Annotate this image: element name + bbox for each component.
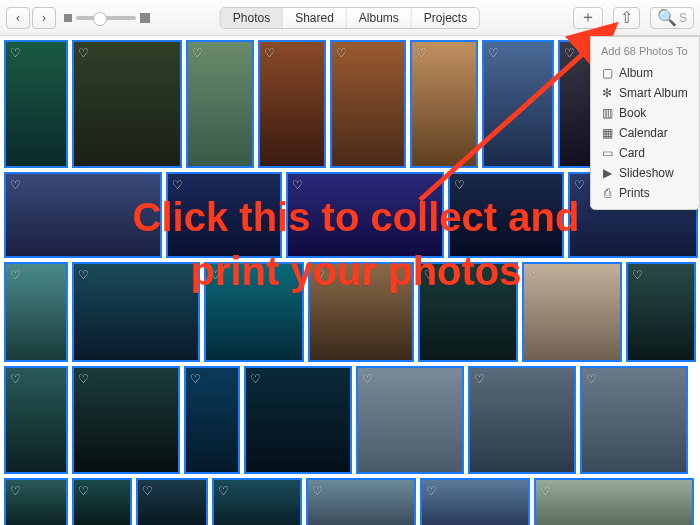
favorite-heart-icon[interactable]: ♡ bbox=[586, 372, 597, 386]
favorite-heart-icon[interactable]: ♡ bbox=[210, 268, 221, 282]
prints-icon: ⎙ bbox=[601, 187, 613, 199]
favorite-heart-icon[interactable]: ♡ bbox=[416, 46, 427, 60]
slideshow-icon: ▶ bbox=[601, 167, 613, 179]
favorite-heart-icon[interactable]: ♡ bbox=[488, 46, 499, 60]
favorite-heart-icon[interactable]: ♡ bbox=[264, 46, 275, 60]
dropdown-item-card[interactable]: ▭ Card bbox=[591, 143, 699, 163]
nav-back-forward: ‹ › bbox=[6, 7, 56, 29]
favorite-heart-icon[interactable]: ♡ bbox=[540, 484, 551, 498]
favorite-heart-icon[interactable]: ♡ bbox=[632, 268, 643, 282]
dropdown-item-smart-album[interactable]: ✻ Smart Album bbox=[591, 83, 699, 103]
view-tabs: Photos Shared Albums Projects bbox=[220, 7, 480, 29]
favorite-heart-icon[interactable]: ♡ bbox=[78, 46, 89, 60]
photo-thumbnail[interactable]: ♡ bbox=[258, 40, 326, 168]
favorite-heart-icon[interactable]: ♡ bbox=[528, 268, 539, 282]
dropdown-item-album[interactable]: ▢ Album bbox=[591, 63, 699, 83]
photo-thumbnail[interactable]: ♡ bbox=[72, 40, 182, 168]
photo-thumbnail[interactable]: ♡ bbox=[468, 366, 576, 474]
calendar-icon: ▦ bbox=[601, 127, 613, 139]
forward-button[interactable]: › bbox=[32, 7, 56, 29]
photo-thumbnail[interactable]: ♡ bbox=[212, 478, 302, 525]
tab-photos[interactable]: Photos bbox=[221, 8, 283, 28]
favorite-heart-icon[interactable]: ♡ bbox=[564, 46, 575, 60]
favorite-heart-icon[interactable]: ♡ bbox=[336, 46, 347, 60]
photo-thumbnail[interactable]: ♡ bbox=[580, 366, 688, 474]
card-icon: ▭ bbox=[601, 147, 613, 159]
favorite-heart-icon[interactable]: ♡ bbox=[454, 178, 465, 192]
favorite-heart-icon[interactable]: ♡ bbox=[10, 178, 21, 192]
photo-thumbnail[interactable]: ♡ bbox=[4, 262, 68, 362]
favorite-heart-icon[interactable]: ♡ bbox=[474, 372, 485, 386]
photo-thumbnail[interactable]: ♡ bbox=[626, 262, 696, 362]
photo-thumbnail[interactable]: ♡ bbox=[72, 366, 180, 474]
photo-thumbnail[interactable]: ♡ bbox=[72, 262, 200, 362]
favorite-heart-icon[interactable]: ♡ bbox=[192, 46, 203, 60]
zoom-large-icon bbox=[140, 13, 150, 23]
favorite-heart-icon[interactable]: ♡ bbox=[10, 484, 21, 498]
favorite-heart-icon[interactable]: ♡ bbox=[314, 268, 325, 282]
photo-thumbnail[interactable]: ♡ bbox=[420, 478, 530, 525]
add-dropdown: Add 68 Photos To ▢ Album ✻ Smart Album ▥… bbox=[590, 36, 700, 210]
photo-thumbnail[interactable]: ♡ bbox=[166, 172, 282, 258]
tab-shared[interactable]: Shared bbox=[283, 8, 347, 28]
dropdown-header: Add 68 Photos To bbox=[591, 43, 699, 63]
chevron-left-icon: ‹ bbox=[16, 11, 20, 25]
photo-thumbnail[interactable]: ♡ bbox=[72, 478, 132, 525]
search-button[interactable]: 🔍 S bbox=[650, 7, 694, 29]
favorite-heart-icon[interactable]: ♡ bbox=[250, 372, 261, 386]
favorite-heart-icon[interactable]: ♡ bbox=[78, 484, 89, 498]
photo-thumbnail[interactable]: ♡ bbox=[410, 40, 478, 168]
dropdown-item-calendar[interactable]: ▦ Calendar bbox=[591, 123, 699, 143]
favorite-heart-icon[interactable]: ♡ bbox=[10, 372, 21, 386]
photo-thumbnail[interactable]: ♡ bbox=[522, 262, 622, 362]
favorite-heart-icon[interactable]: ♡ bbox=[78, 268, 89, 282]
photo-thumbnail[interactable]: ♡ bbox=[4, 40, 68, 168]
tab-projects[interactable]: Projects bbox=[412, 8, 479, 28]
share-button[interactable]: ⇧ bbox=[613, 7, 640, 29]
tab-albums[interactable]: Albums bbox=[347, 8, 412, 28]
plus-icon: ＋ bbox=[580, 7, 596, 28]
photo-thumbnail[interactable]: ♡ bbox=[244, 366, 352, 474]
favorite-heart-icon[interactable]: ♡ bbox=[424, 268, 435, 282]
photo-thumbnail[interactable]: ♡ bbox=[308, 262, 414, 362]
smart-album-icon: ✻ bbox=[601, 87, 613, 99]
add-button[interactable]: ＋ bbox=[573, 7, 603, 29]
photo-thumbnail[interactable]: ♡ bbox=[136, 478, 208, 525]
favorite-heart-icon[interactable]: ♡ bbox=[574, 178, 585, 192]
dropdown-item-slideshow[interactable]: ▶ Slideshow bbox=[591, 163, 699, 183]
photo-thumbnail[interactable]: ♡ bbox=[4, 478, 68, 525]
dropdown-item-prints[interactable]: ⎙ Prints bbox=[591, 183, 699, 203]
photo-thumbnail[interactable]: ♡ bbox=[534, 478, 694, 525]
photo-thumbnail[interactable]: ♡ bbox=[186, 40, 254, 168]
back-button[interactable]: ‹ bbox=[6, 7, 30, 29]
favorite-heart-icon[interactable]: ♡ bbox=[292, 178, 303, 192]
favorite-heart-icon[interactable]: ♡ bbox=[172, 178, 183, 192]
photo-thumbnail[interactable]: ♡ bbox=[356, 366, 464, 474]
favorite-heart-icon[interactable]: ♡ bbox=[10, 46, 21, 60]
photo-thumbnail[interactable]: ♡ bbox=[286, 172, 444, 258]
favorite-heart-icon[interactable]: ♡ bbox=[362, 372, 373, 386]
photo-thumbnail[interactable]: ♡ bbox=[4, 366, 68, 474]
photo-thumbnail[interactable]: ♡ bbox=[204, 262, 304, 362]
search-icon: 🔍 bbox=[657, 8, 677, 27]
photo-thumbnail[interactable]: ♡ bbox=[184, 366, 240, 474]
favorite-heart-icon[interactable]: ♡ bbox=[190, 372, 201, 386]
favorite-heart-icon[interactable]: ♡ bbox=[142, 484, 153, 498]
zoom-small-icon bbox=[64, 14, 72, 22]
favorite-heart-icon[interactable]: ♡ bbox=[218, 484, 229, 498]
zoom-slider[interactable] bbox=[76, 16, 136, 20]
zoom-slider-group bbox=[64, 13, 150, 23]
favorite-heart-icon[interactable]: ♡ bbox=[312, 484, 323, 498]
chevron-right-icon: › bbox=[42, 11, 46, 25]
photo-thumbnail[interactable]: ♡ bbox=[482, 40, 554, 168]
favorite-heart-icon[interactable]: ♡ bbox=[426, 484, 437, 498]
favorite-heart-icon[interactable]: ♡ bbox=[78, 372, 89, 386]
photo-thumbnail[interactable]: ♡ bbox=[306, 478, 416, 525]
photo-thumbnail[interactable]: ♡ bbox=[4, 172, 162, 258]
toolbar-right: ＋ ⇧ 🔍 S bbox=[573, 7, 694, 29]
photo-thumbnail[interactable]: ♡ bbox=[418, 262, 518, 362]
dropdown-item-book[interactable]: ▥ Book bbox=[591, 103, 699, 123]
photo-thumbnail[interactable]: ♡ bbox=[330, 40, 406, 168]
photo-thumbnail[interactable]: ♡ bbox=[448, 172, 564, 258]
favorite-heart-icon[interactable]: ♡ bbox=[10, 268, 21, 282]
